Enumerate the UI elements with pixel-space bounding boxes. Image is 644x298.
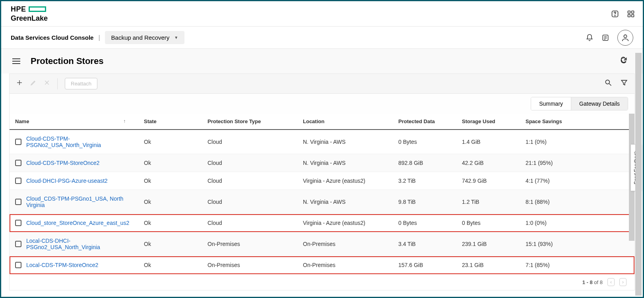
svg-line-16 xyxy=(609,84,611,86)
cell-location: N. Virginia - AWS xyxy=(300,190,395,214)
col-header-type[interactable]: Protection Store Type xyxy=(204,114,300,130)
pager-next[interactable]: › xyxy=(619,278,627,286)
col-header-state[interactable]: State xyxy=(141,114,204,130)
cell-type: Cloud xyxy=(204,190,300,214)
help-icon[interactable] xyxy=(611,10,619,18)
edit-icon xyxy=(30,79,37,88)
cell-protected: 157.6 GiB xyxy=(395,256,459,274)
cell-used: 23.1 GiB xyxy=(459,256,522,274)
toolbar-separator xyxy=(57,78,58,89)
cell-savings: 8:1 (88%) xyxy=(522,190,634,214)
main-panel: Reattach Summary Gateway Details Name↑ S… xyxy=(9,74,635,290)
store-name-link[interactable]: Cloud-CDS-TPM-StoreOnce2 xyxy=(26,160,99,166)
cell-location: N. Virginia - AWS xyxy=(300,130,395,154)
brand-logo: HPE GreenLake xyxy=(11,5,48,23)
news-icon[interactable] xyxy=(601,34,609,42)
cell-state: Ok xyxy=(141,256,204,274)
table-row: Local-CDS-DHCI-PSGno2_USA_North_Virginia… xyxy=(10,232,634,256)
tab-gateway-details[interactable]: Gateway Details xyxy=(571,97,628,110)
cell-used: 1.4 GiB xyxy=(459,130,522,154)
cell-used: 0 Bytes xyxy=(459,214,522,232)
brand-hpe: HPE xyxy=(11,5,26,14)
store-name-link[interactable]: Cloud_CDS-TPM-PSGno1_USA, North Virginia xyxy=(26,195,138,208)
delete-icon xyxy=(44,79,50,88)
cell-protected: 0 Bytes xyxy=(395,214,459,232)
row-checkbox[interactable] xyxy=(15,139,21,145)
store-name-link[interactable]: Local-CDS-DHCI-PSGno2_USA_North_Virginia xyxy=(26,238,138,250)
search-icon[interactable] xyxy=(604,79,612,89)
col-header-protected[interactable]: Protected Data xyxy=(395,114,459,130)
cell-location: Virginia - Azure (eastus2) xyxy=(300,214,395,232)
menu-icon[interactable] xyxy=(12,58,20,64)
cell-type: Cloud xyxy=(204,130,300,154)
col-header-name[interactable]: Name↑ xyxy=(10,114,141,130)
col-header-used[interactable]: Storage Used xyxy=(459,114,522,130)
row-checkbox[interactable] xyxy=(15,220,21,226)
brand-rectangle-icon xyxy=(29,6,46,12)
cell-savings: 7:1 (85%) xyxy=(522,256,634,274)
cell-state: Ok xyxy=(141,154,204,172)
svg-rect-2 xyxy=(628,11,630,13)
col-header-savings[interactable]: Space Savings xyxy=(522,114,634,130)
cell-used: 239.1 GiB xyxy=(459,232,522,256)
cell-used: 42.2 GiB xyxy=(459,154,522,172)
svg-point-1 xyxy=(615,15,615,15)
svg-point-10 xyxy=(624,35,627,37)
page-scrollbar[interactable] xyxy=(635,53,642,296)
user-avatar[interactable] xyxy=(617,30,633,46)
cell-type: Cloud xyxy=(204,154,300,172)
cell-savings: 15:1 (93%) xyxy=(522,232,634,256)
tab-summary[interactable]: Summary xyxy=(531,97,571,110)
svg-point-15 xyxy=(605,80,609,84)
cell-state: Ok xyxy=(141,190,204,214)
cell-protected: 892.8 GiB xyxy=(395,154,459,172)
filter-icon[interactable] xyxy=(620,79,628,89)
cell-savings: 1:1 (0%) xyxy=(522,130,634,154)
divider: | xyxy=(98,34,100,41)
table-row: Cloud_store_StoreOnce_Azure_east_us2OkCl… xyxy=(10,214,634,232)
cell-location: N. Virginia - AWS xyxy=(300,154,395,172)
table-row: Cloud_CDS-TPM-PSGno1_USA, North Virginia… xyxy=(10,190,634,214)
table-row: Cloud-DHCI-PSG-Azure-useast2OkCloudVirgi… xyxy=(10,172,634,190)
bell-icon[interactable] xyxy=(586,34,594,42)
console-title: Data Services Cloud Console xyxy=(11,34,93,41)
store-name-link[interactable]: Local-CDS-TPM-StoreOnce2 xyxy=(26,262,98,268)
sort-asc-icon: ↑ xyxy=(123,118,126,124)
row-checkbox[interactable] xyxy=(15,199,21,205)
store-name-link[interactable]: Cloud_store_StoreOnce_Azure_east_us2 xyxy=(26,220,129,226)
refresh-icon[interactable] xyxy=(620,56,628,66)
col-header-location[interactable]: Location xyxy=(300,114,395,130)
cell-state: Ok xyxy=(141,130,204,154)
pager-range: 1 - 8 of 8 xyxy=(582,279,603,285)
table-container: Name↑ State Protection Store Type Locati… xyxy=(10,114,634,274)
store-name-link[interactable]: Cloud-DHCI-PSG-Azure-useast2 xyxy=(26,178,108,184)
top-header: HPE GreenLake xyxy=(1,1,643,27)
view-switcher: Summary Gateway Details xyxy=(10,94,634,114)
chevron-down-icon: ▼ xyxy=(174,35,178,40)
cell-protected: 3.4 TiB xyxy=(395,232,459,256)
cell-state: Ok xyxy=(141,172,204,190)
pager-prev[interactable]: ‹ xyxy=(607,278,615,286)
table-row: Cloud-CDS-TPM-StoreOnce2OkCloudN. Virgin… xyxy=(10,154,634,172)
cell-type: On-Premises xyxy=(204,256,300,274)
pagination: 1 - 8 of 8 ‹ › xyxy=(10,274,634,290)
row-checkbox[interactable] xyxy=(15,160,21,166)
cell-protected: 0 Bytes xyxy=(395,130,459,154)
toolbar: Reattach xyxy=(10,74,634,94)
svg-rect-5 xyxy=(632,14,634,17)
service-dropdown[interactable]: Backup and Recovery ▼ xyxy=(105,31,185,44)
row-checkbox[interactable] xyxy=(15,241,21,247)
protection-stores-table: Name↑ State Protection Store Type Locati… xyxy=(10,114,634,274)
cell-savings: 21:1 (95%) xyxy=(522,154,634,172)
row-checkbox[interactable] xyxy=(15,262,21,268)
content-header: Protection Stores xyxy=(1,49,643,74)
row-checkbox[interactable] xyxy=(15,178,21,184)
cell-location: On-Premises xyxy=(300,232,395,256)
cell-protected: 9.8 TiB xyxy=(395,190,459,214)
reattach-button: Reattach xyxy=(65,78,97,89)
table-row: Cloud-CDS-TPM-PSGNo2_USA_North_VirginiaO… xyxy=(10,130,634,154)
add-icon[interactable] xyxy=(16,79,23,88)
apps-icon[interactable] xyxy=(627,10,635,18)
store-name-link[interactable]: Cloud-CDS-TPM-PSGNo2_USA_North_Virginia xyxy=(26,135,138,148)
svg-rect-4 xyxy=(628,14,630,17)
